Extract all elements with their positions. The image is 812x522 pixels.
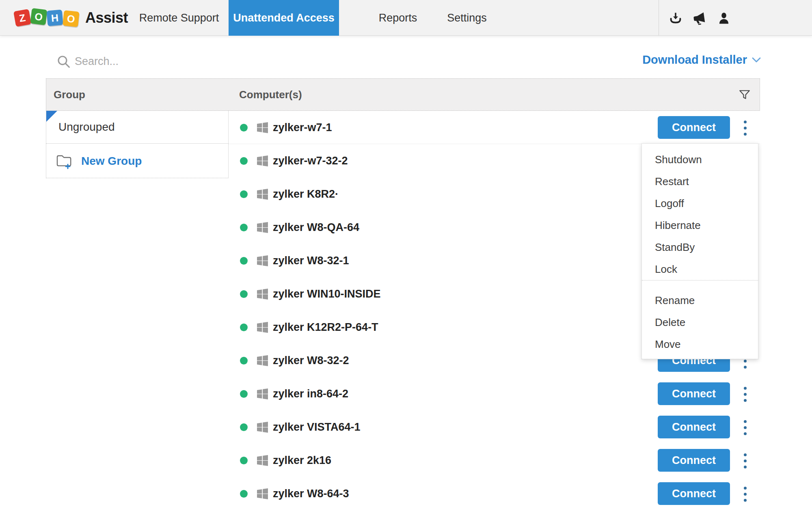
- computer-name: zylker VISTA64-1: [273, 410, 361, 444]
- kebab-menu-icon[interactable]: [739, 119, 751, 137]
- online-status-dot: [240, 224, 248, 231]
- zoho-assist-app: Z O H O Assist Remote Support Unattended…: [0, 0, 812, 522]
- windows-os-icon: [257, 122, 268, 133]
- search-input[interactable]: [75, 53, 245, 70]
- user-icon[interactable]: [717, 11, 731, 26]
- computer-name: zylker W8-32-1: [273, 244, 349, 277]
- windows-os-icon: [257, 189, 268, 200]
- windows-os-icon: [257, 322, 268, 333]
- new-group-label: New Group: [81, 155, 142, 168]
- windows-os-icon: [257, 388, 268, 399]
- announcement-icon[interactable]: [692, 11, 706, 26]
- manage-actions-section: RenameDeleteMove: [642, 289, 758, 355]
- computer-name: zylker W8-32-2: [273, 344, 349, 377]
- online-status-dot: [240, 390, 248, 398]
- download-installer-label: Download Installer: [642, 53, 747, 67]
- group-name: Ungrouped: [58, 111, 115, 143]
- connect-button[interactable]: Connect: [658, 416, 730, 438]
- table-header: Group Computer(s): [46, 78, 760, 111]
- logo-tile-z: Z: [13, 9, 31, 27]
- menu-item-move[interactable]: Move: [642, 333, 758, 355]
- computer-name: zylker-w7-1: [273, 111, 332, 144]
- computer-name: zylker W8-64-3: [273, 477, 349, 510]
- online-status-dot: [240, 190, 248, 198]
- folder-plus-icon: [55, 153, 75, 170]
- computer-name: zylker-w7-32-2: [273, 144, 348, 177]
- menu-item-standby[interactable]: StandBy: [642, 236, 758, 258]
- selected-group-indicator: [46, 111, 57, 122]
- windows-os-icon: [257, 488, 268, 499]
- zoho-assist-logo[interactable]: Z O H O Assist: [15, 0, 128, 36]
- menu-item-logoff[interactable]: Logoff: [642, 192, 758, 214]
- computer-row[interactable]: zylker in8-64-2 Connect: [229, 377, 760, 410]
- download-installer-button[interactable]: Download Installer: [642, 53, 761, 67]
- computer-row[interactable]: zylker W8-64-3 Connect: [229, 477, 760, 510]
- row-context-menu: ShutdownRestartLogoffHibernateStandByLoc…: [641, 143, 758, 359]
- kebab-menu-icon[interactable]: [739, 485, 751, 503]
- connect-button[interactable]: Connect: [658, 116, 730, 139]
- menu-item-lock[interactable]: Lock: [642, 258, 758, 280]
- logo-tile-o1: O: [30, 8, 47, 25]
- power-actions-section: ShutdownRestartLogoffHibernateStandByLoc…: [642, 149, 758, 280]
- online-status-dot: [240, 124, 248, 132]
- online-status-dot: [240, 490, 248, 498]
- computer-name: zylker 2k16: [273, 444, 331, 477]
- computer-name: zylker K12R2-P-64-T: [273, 311, 378, 344]
- new-group-button[interactable]: New Group: [46, 144, 229, 178]
- navbar-divider: [659, 0, 659, 36]
- computer-name: zylker in8-64-2: [273, 377, 348, 410]
- kebab-menu-icon[interactable]: [739, 418, 751, 437]
- windows-os-icon: [257, 222, 268, 233]
- connect-button[interactable]: Connect: [658, 482, 730, 505]
- kebab-menu-icon[interactable]: [739, 385, 751, 403]
- computers-column-header: Computer(s): [239, 79, 302, 110]
- menu-item-delete[interactable]: Delete: [642, 311, 758, 333]
- computer-name: zylker K8R2·: [273, 177, 339, 211]
- connect-button[interactable]: Connect: [658, 449, 730, 472]
- chevron-down-icon: [752, 57, 761, 63]
- windows-os-icon: [257, 355, 268, 366]
- filter-icon[interactable]: [739, 89, 751, 101]
- menu-item-restart[interactable]: Restart: [642, 170, 758, 192]
- windows-os-icon: [257, 255, 268, 266]
- top-navbar: Z O H O Assist Remote Support Unattended…: [0, 0, 812, 36]
- online-status-dot: [240, 457, 248, 464]
- online-status-dot: [240, 423, 248, 431]
- brand-name: Assist: [85, 9, 128, 26]
- logo-tile-h: H: [46, 9, 63, 26]
- kebab-menu-icon[interactable]: [739, 451, 751, 470]
- nav-reports[interactable]: Reports: [379, 0, 417, 36]
- computer-row[interactable]: zylker 2k16 Connect: [229, 444, 760, 477]
- online-status-dot: [240, 157, 248, 165]
- windows-os-icon: [257, 455, 268, 466]
- online-status-dot: [240, 357, 248, 365]
- menu-divider: [642, 280, 758, 280]
- group-column-header: Group: [54, 79, 85, 110]
- menu-item-shutdown[interactable]: Shutdown: [642, 149, 758, 170]
- computer-row[interactable]: zylker VISTA64-1 Connect: [229, 410, 760, 444]
- nav-settings[interactable]: Settings: [447, 0, 487, 36]
- download-icon[interactable]: [668, 11, 683, 26]
- tab-unattended-access[interactable]: Unattended Access: [229, 0, 339, 36]
- nav-remote-support[interactable]: Remote Support: [139, 0, 219, 36]
- connect-button[interactable]: Connect: [658, 382, 730, 405]
- search-icon: [57, 55, 71, 69]
- windows-os-icon: [257, 155, 268, 166]
- online-status-dot: [240, 324, 248, 331]
- computer-name: zylker W8-QA-64: [273, 211, 359, 244]
- computer-row[interactable]: zylker-w7-1 Connect: [229, 111, 760, 144]
- menu-item-rename[interactable]: Rename: [642, 289, 758, 311]
- menu-item-hibernate[interactable]: Hibernate: [642, 214, 758, 236]
- group-row-ungrouped[interactable]: Ungrouped: [46, 111, 229, 144]
- windows-os-icon: [257, 289, 268, 300]
- windows-os-icon: [257, 422, 268, 433]
- computer-name: zylker WIN10-INSIDE: [273, 277, 381, 311]
- online-status-dot: [240, 257, 248, 265]
- logo-tile-o2: O: [63, 10, 80, 27]
- online-status-dot: [240, 290, 248, 298]
